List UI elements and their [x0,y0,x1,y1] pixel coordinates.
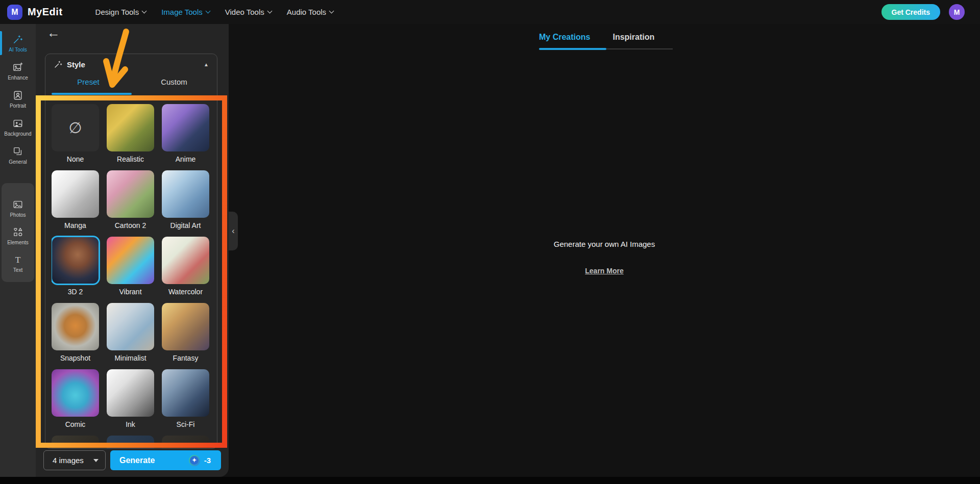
panel-actions: 4 images Generate ✦ -3 [43,450,221,470]
preset-anime[interactable]: Anime [162,104,209,170]
preset-manga[interactable]: Manga [52,170,99,237]
magic-wand-icon [12,34,23,45]
nav-item-image-tools[interactable]: Image Tools [161,8,210,16]
chevron-down-icon [142,9,147,14]
portrait-icon [12,90,23,101]
tab-preset[interactable]: Preset [45,75,131,88]
preset-grid: ∅NoneRealisticAnimeMangaCartoon 2Digital… [52,104,212,448]
style-card-header: Style ▲ [45,54,217,69]
preset-cropped[interactable] [162,436,209,448]
preset-label: Snapshot [52,354,99,362]
sidebar-item-portrait[interactable]: Portrait [0,85,36,113]
preset-thumbnail [162,436,209,448]
sidebar-item-label: AI Tools [9,47,27,53]
preset-label: Digital Art [162,221,209,230]
learn-more-link[interactable]: Learn More [585,267,623,275]
page-bottom-strip [0,477,980,484]
preset-3d-2[interactable]: 3D 2 [52,237,99,303]
tab-my-creations[interactable]: My Creations [539,33,590,42]
preset-thumbnail [162,104,209,151]
sidebar-item-label: Background [4,131,31,137]
myedit-logo-icon[interactable]: M [7,5,22,20]
chevron-down-icon [267,9,272,14]
preset-label: Watercolor [162,288,209,296]
svg-text:T: T [15,254,21,264]
preset-thumbnail [107,104,154,151]
preset-fantasy[interactable]: Fantasy [162,303,209,369]
preset-cartoon-2[interactable]: Cartoon 2 [107,170,154,237]
sidebar-item-label: Text [13,267,22,273]
preset-label: Minimalist [107,354,154,362]
preset-comic[interactable]: Comic [52,369,99,436]
active-tab-indicator [52,93,132,95]
preset-cropped[interactable] [107,436,154,448]
preset-vibrant[interactable]: Vibrant [107,237,154,303]
preset-thumbnail [52,170,99,218]
sidebar-item-text[interactable]: TText [2,249,34,277]
preset-ink[interactable]: Ink [107,369,154,436]
tab-inspiration[interactable]: Inspiration [612,33,654,42]
sidebar-item-enhance[interactable]: Enhance [0,57,36,85]
magic-wand-icon [54,60,63,69]
preset-thumbnail [52,237,99,284]
enhance-image-icon [12,62,23,73]
preset-thumbnail [107,237,154,284]
layers-icon [12,146,23,157]
myedit-app: M MyEdit Design Tools Image Tools Video … [0,0,980,484]
preset-thumbnail [162,170,209,218]
sidebar-bottom-group: PhotosElementsTText [2,183,34,282]
sidebar-item-photos[interactable]: Photos [2,194,34,222]
sidebar-item-label: Photos [10,212,26,218]
brand-name[interactable]: MyEdit [28,6,63,18]
sidebar-item-label: Portrait [10,103,26,109]
nav-item-design-tools[interactable]: Design Tools [95,8,146,16]
preset-digital-art[interactable]: Digital Art [162,170,209,237]
back-arrow-icon[interactable]: ← [47,26,60,39]
preset-realistic[interactable]: Realistic [107,104,154,170]
preset-thumbnail [162,369,209,417]
empty-state: Generate your own AI Images Learn More [229,240,980,275]
sidebar-top-group: AI ToolsEnhancePortraitBackgroundGeneral [0,29,36,169]
sidebar-item-general[interactable]: General [0,141,36,169]
sidebar-item-ai-tools[interactable]: AI Tools [0,29,36,57]
preset-cropped[interactable] [52,436,99,448]
tools-sidebar: AI ToolsEnhancePortraitBackgroundGeneral… [0,24,36,477]
get-credits-button[interactable]: Get Credits [881,4,940,20]
generate-button[interactable]: Generate ✦ -3 [110,450,221,470]
sidebar-item-label: Enhance [8,75,28,81]
photos-icon [12,199,23,210]
background-icon [12,118,23,129]
user-avatar[interactable]: M [949,4,965,20]
panel-collapse-handle[interactable]: ‹ [229,212,238,250]
preset-thumbnail: ∅ [52,104,99,151]
preset-label: None [52,155,99,163]
preset-label: Anime [162,155,209,163]
sidebar-item-background[interactable]: Background [0,113,36,141]
sidebar-item-elements[interactable]: Elements [2,222,34,249]
preset-thumbnail [107,170,154,218]
style-section-title: Style [67,60,204,69]
preset-snapshot[interactable]: Snapshot [52,303,99,369]
preset-watercolor[interactable]: Watercolor [162,237,209,303]
nav-item-audio-tools[interactable]: Audio Tools [287,8,333,16]
preset-sci-fi[interactable]: Sci-Fi [162,369,209,436]
preset-minimalist[interactable]: Minimalist [107,303,154,369]
tab-custom[interactable]: Custom [131,75,217,88]
preset-thumbnail [52,303,99,350]
collapse-section-icon[interactable]: ▲ [204,62,209,67]
none-icon: ∅ [68,119,82,137]
tab-track [539,48,673,49]
preset-label: Fantasy [162,354,209,362]
nav-menu: Design Tools Image Tools Video Tools Aud… [95,8,334,16]
preset-label: Vibrant [107,288,154,296]
preset-none[interactable]: ∅None [52,104,99,170]
top-navbar: M MyEdit Design Tools Image Tools Video … [0,0,980,24]
style-tabs: Preset Custom [45,75,217,88]
preset-label: 3D 2 [52,288,99,296]
preset-thumbnail [107,303,154,350]
credit-coin-icon: ✦ [189,455,200,466]
style-card: Style ▲ Preset Custom ∅NoneRealisticAnim… [45,54,217,449]
nav-item-video-tools[interactable]: Video Tools [225,8,272,16]
image-count-select[interactable]: 4 images [43,450,106,470]
preset-label: Realistic [107,155,154,163]
